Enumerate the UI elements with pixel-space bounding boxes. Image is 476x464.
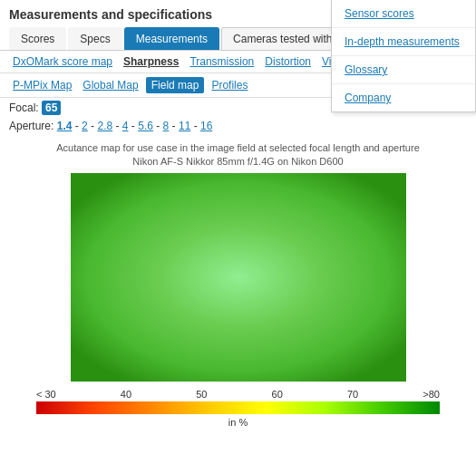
aperture-11[interactable]: 11 [179, 120, 190, 132]
legend-label-30: < 30 [36, 389, 56, 400]
map-tab-global[interactable]: Global Map [79, 79, 141, 92]
dropdown-item-sensor-scores[interactable]: Sensor scores [332, 0, 475, 28]
map-tab-field[interactable]: Field map [146, 77, 205, 93]
tab-scores[interactable]: Scores [9, 27, 66, 50]
svg-rect-0 [71, 173, 406, 382]
aperture-sep7: - [194, 120, 200, 132]
legend-label-70: 70 [347, 389, 358, 400]
chart-title-line2: Nikon AF-S Nikkor 85mm f/1.4G on Nikon D… [132, 156, 343, 167]
focal-value[interactable]: 65 [42, 101, 61, 115]
dropdown-menu: Sensor scores In-depth measurements Glos… [331, 0, 476, 112]
legend-labels: < 30 40 50 60 70 >80 [9, 389, 467, 400]
aperture-56[interactable]: 5.6 [138, 120, 153, 132]
aperture-28[interactable]: 2.8 [97, 120, 112, 132]
legend-label-60: 60 [272, 389, 283, 400]
aperture-4[interactable]: 4 [122, 120, 129, 132]
sub-tab-sharpness[interactable]: Sharpness [120, 55, 182, 68]
aperture-16[interactable]: 16 [200, 120, 212, 132]
tab-measurements[interactable]: Measurements [124, 27, 219, 50]
sub-tab-transmission[interactable]: Transmission [186, 55, 257, 68]
legend-unit: in % [9, 417, 467, 428]
aperture-sep6: - [172, 120, 179, 132]
aperture-label: Aperture: [9, 120, 53, 132]
dropdown-item-glossary[interactable]: Glossary [332, 56, 475, 84]
focal-label: Focal: [9, 102, 39, 114]
legend-bar [36, 401, 440, 414]
chart-title-line1: Acutance map for use case in the image f… [56, 142, 420, 153]
aperture-sep1: - [75, 120, 82, 132]
sub-tab-distortion[interactable]: Distortion [261, 55, 315, 68]
legend-area: < 30 40 50 60 70 >80 in % [0, 382, 476, 431]
legend-label-50: 50 [196, 389, 207, 400]
chart-area: Acutance map for use case in the image f… [0, 138, 476, 382]
map-tab-pmpix[interactable]: P-MPix Map [9, 79, 75, 92]
aperture-active[interactable]: 1.4 [57, 120, 73, 132]
dropdown-item-in-depth[interactable]: In-depth measurements [332, 28, 475, 56]
map-tab-profiles[interactable]: Profiles [208, 79, 251, 92]
aperture-sep3: - [115, 120, 121, 132]
acutance-map [71, 173, 406, 382]
aperture-sep5: - [156, 120, 162, 132]
legend-label-80: >80 [423, 389, 440, 400]
aperture-2[interactable]: 2 [82, 120, 88, 132]
dropdown-item-company[interactable]: Company [332, 84, 475, 111]
legend-label-40: 40 [121, 389, 131, 400]
aperture-row: Aperture: 1.4 - 2 - 2.8 - 4 - 5.6 - 8 - … [0, 118, 476, 138]
aperture-8[interactable]: 8 [163, 120, 170, 132]
chart-title: Acutance map for use case in the image f… [9, 141, 467, 169]
tab-specs[interactable]: Specs [68, 27, 121, 50]
sub-tab-dxomark[interactable]: DxOMark score map [9, 55, 116, 68]
